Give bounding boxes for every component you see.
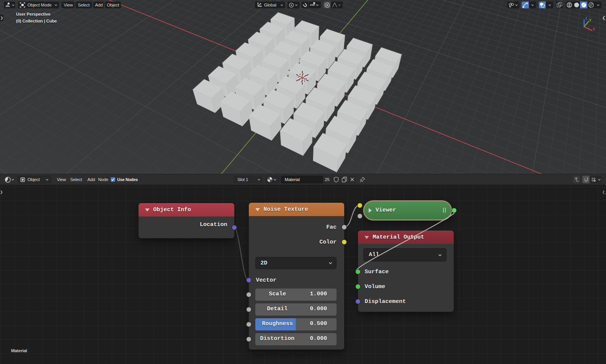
svg-text:z: z	[585, 16, 587, 20]
svg-text:y: y	[589, 18, 591, 22]
svg-text:x: x	[593, 27, 595, 31]
